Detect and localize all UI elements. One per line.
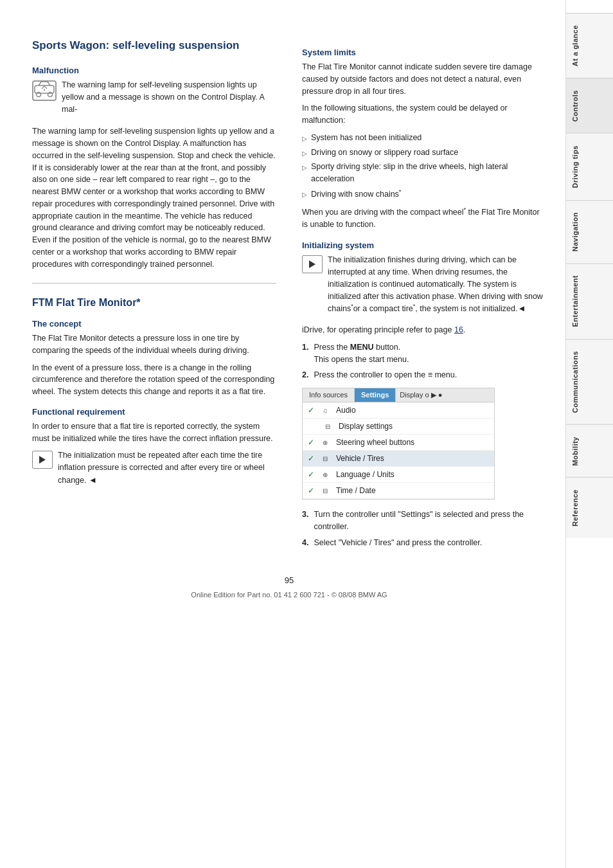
step-text: Press the controller to open the ≡ menu.	[314, 369, 457, 381]
sidebar-tab-at-a-glance[interactable]: At a glance	[566, 13, 614, 78]
sidebar-tab-controls[interactable]: Controls	[566, 78, 614, 133]
check-icon: ✓	[308, 454, 314, 463]
system-limits-text1: The Flat Tire Monitor cannot indicate su…	[302, 61, 546, 97]
display-icon: ⊟	[322, 421, 333, 431]
menu-screenshot: Info sources Settings Display o ▶ ● ✓ ♫ …	[302, 388, 495, 500]
step-num: 3.	[302, 509, 308, 533]
functional-return: ◄	[86, 475, 96, 485]
steps-list-2: 3. Turn the controller until "Settings" …	[302, 509, 546, 548]
section2-title: FTM Flat Tire Monitor*	[32, 296, 276, 310]
compact-wheel-text: When you are driving with the compact wh…	[302, 206, 546, 231]
system-limits-heading: System limits	[302, 48, 546, 57]
steps-list: 1. Press the MENU button.This opens the …	[302, 341, 546, 381]
menu-item-vehicle-tires[interactable]: ✓ ⊟ Vehicle / Tires	[303, 451, 494, 467]
page-number: 95	[32, 574, 546, 587]
menu-item-time-date[interactable]: ✓ ⊟ Time / Date	[303, 483, 494, 499]
step-text: Select "Vehicle / Tires" and press the c…	[314, 537, 482, 549]
section-divider	[32, 283, 276, 284]
bullet-arrow-icon: ▷	[302, 190, 307, 199]
menu-item-audio[interactable]: ✓ ♫ Audio	[303, 402, 494, 419]
list-item: ▷ Driving with snow chains*	[302, 188, 546, 201]
concept-text2: In the event of a pressure loss, there i…	[32, 362, 276, 398]
menu-item-steering[interactable]: ✓ ⊕ Steering wheel buttons	[303, 435, 494, 451]
step-text: Press the MENU button.This opens the sta…	[314, 341, 409, 366]
init-return: ◄	[517, 303, 526, 313]
init-note-box: The initialization finishes during drivi…	[302, 254, 546, 320]
malfunction-box: The warning lamp for self-leveling suspe…	[32, 79, 276, 120]
page-container: Sports Wagon: self-leveling suspension M…	[0, 0, 613, 868]
step-num: 4.	[302, 537, 308, 549]
list-item: ▷ Driving on snowy or slippery road surf…	[302, 147, 546, 159]
malfunction-heading: Malfunction	[32, 66, 276, 75]
step-1: 1. Press the MENU button.This opens the …	[302, 341, 546, 366]
audio-icon: ♫	[319, 405, 331, 415]
step-3: 3. Turn the controller until "Settings" …	[302, 509, 546, 533]
step-text: Turn the controller until "Settings" is …	[314, 509, 546, 533]
menu-tab-infosources[interactable]: Info sources	[303, 388, 355, 402]
two-col-layout: Sports Wagon: self-leveling suspension M…	[32, 39, 546, 555]
check-icon: ✓	[308, 438, 314, 447]
bullet-text: Driving with snow chains*	[311, 188, 401, 201]
system-limits-text2: In the following situations, the system …	[302, 102, 546, 127]
step-4: 4. Select "Vehicle / Tires" and press th…	[302, 537, 546, 549]
vehicle-icon: ⊟	[319, 453, 331, 464]
footer: 95 Online Edition for Part no. 01 41 2 6…	[32, 574, 546, 618]
menu-tab-display[interactable]: Display o ▶ ●	[396, 388, 494, 402]
menu-item-label: Audio	[336, 406, 356, 415]
menu-tab-bar: Info sources Settings Display o ▶ ●	[303, 388, 494, 402]
sidebar-tab-entertainment[interactable]: Entertainment	[566, 263, 614, 338]
idrive-ref: iDrive, for operating principle refer to…	[302, 324, 546, 336]
init-text: The initialization finishes during drivi…	[328, 254, 546, 315]
init-heading: Initializing system	[302, 240, 546, 250]
sidebar-tab-communications[interactable]: Communications	[566, 339, 614, 424]
right-column: System limits The Flat Tire Monitor cann…	[302, 39, 546, 555]
bullet-arrow-icon: ▷	[302, 163, 307, 172]
check-icon: ✓	[308, 470, 314, 479]
menu-item-label: Language / Units	[336, 470, 395, 479]
sidebar-tab-reference[interactable]: Reference	[566, 477, 614, 538]
menu-tab-settings[interactable]: Settings	[355, 388, 396, 402]
concept-heading: The concept	[32, 319, 276, 329]
bullet-arrow-icon: ▷	[302, 134, 307, 143]
check-icon: ✓	[308, 486, 314, 495]
menu-item-language[interactable]: ✓ ⊕ Language / Units	[303, 467, 494, 483]
step-num: 1.	[302, 341, 308, 366]
functional-heading: Functional requirement	[32, 407, 276, 417]
functional-note-box: The initialization must be repeated afte…	[32, 449, 276, 491]
init-play-triangle	[309, 260, 315, 268]
check-icon: ✓	[308, 406, 314, 415]
list-item: ▷ Sporty driving style: slip in the driv…	[302, 161, 546, 185]
bullet-arrow-icon: ▷	[302, 149, 307, 158]
section1-title: Sports Wagon: self-leveling suspension	[32, 39, 276, 53]
malfunction-text: The warning lamp for self-leveling suspe…	[32, 125, 276, 270]
play-triangle	[39, 456, 46, 464]
menu-item-label: Vehicle / Tires	[336, 454, 384, 463]
functional-text2: The initialization must be repeated afte…	[58, 449, 276, 486]
language-icon: ⊕	[319, 469, 331, 480]
menu-item-label: Display settings	[339, 422, 393, 431]
play-icon	[32, 451, 53, 469]
sidebar-tab-driving-tips[interactable]: Driving tips	[566, 133, 614, 200]
copyright: Online Edition for Part no. 01 41 2 600 …	[32, 590, 546, 601]
menu-item-label: Time / Date	[336, 486, 376, 495]
step-num: 2.	[302, 369, 308, 381]
sidebar-tab-navigation[interactable]: Navigation	[566, 200, 614, 263]
list-item: ▷ System has not been initialized	[302, 132, 546, 144]
menu-item-label: Steering wheel buttons	[336, 438, 414, 447]
idrive-page-link[interactable]: 16	[454, 325, 463, 334]
warning-icon	[32, 80, 57, 101]
concept-text1: The Flat Tire Monitor detects a pressure…	[32, 332, 276, 357]
left-column: Sports Wagon: self-leveling suspension M…	[32, 39, 276, 555]
bullet-text: Driving on snowy or slippery road surfac…	[311, 147, 458, 159]
init-play-icon	[302, 255, 323, 273]
main-content: Sports Wagon: self-leveling suspension M…	[0, 0, 565, 868]
bullet-text: System has not been initialized	[311, 132, 422, 144]
sidebar-tab-mobility[interactable]: Mobility	[566, 424, 614, 478]
step-2: 2. Press the controller to open the ≡ me…	[302, 369, 546, 381]
system-limits-bullets: ▷ System has not been initialized ▷ Driv…	[302, 132, 546, 201]
steering-icon: ⊕	[319, 437, 331, 448]
functional-text1: In order to ensure that a flat tire is r…	[32, 420, 276, 445]
menu-item-display-settings[interactable]: ⊟ Display settings	[303, 419, 494, 435]
malfunction-text-inline: The warning lamp for self-leveling suspe…	[62, 79, 276, 115]
time-icon: ⊟	[319, 485, 331, 496]
